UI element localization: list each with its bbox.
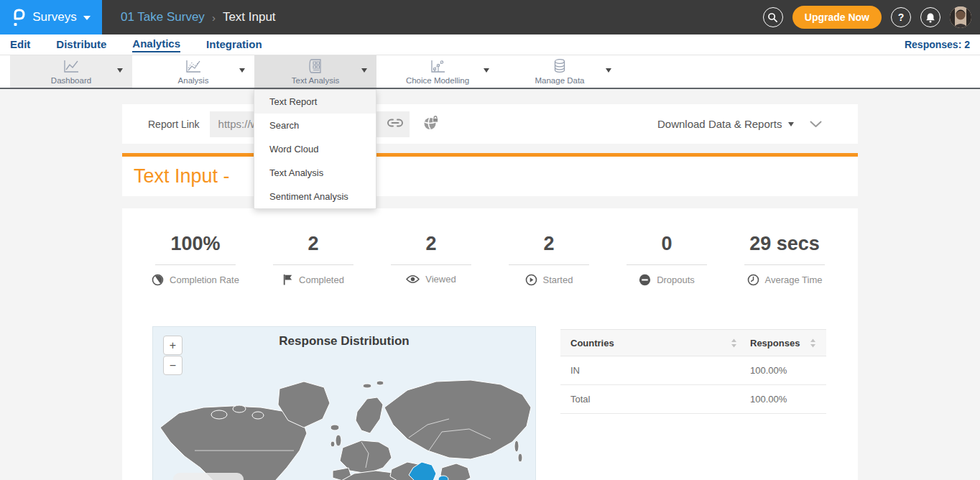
search-icon xyxy=(767,12,778,23)
menu-item-text-report[interactable]: Text Report xyxy=(254,90,376,114)
tab-manage-data[interactable]: Manage Data xyxy=(499,55,621,88)
surveys-menu[interactable]: Surveys xyxy=(0,0,102,34)
text-analysis-menu: Text Report Search Word Cloud Text Analy… xyxy=(254,89,376,209)
stat-label: Viewed xyxy=(425,274,456,285)
link-icon[interactable] xyxy=(387,118,403,130)
responses-count: Responses: 2 xyxy=(905,39,970,50)
text-analysis-icon xyxy=(307,58,324,74)
map-tooltip xyxy=(173,473,244,480)
stat-viewed: 2 Viewed xyxy=(372,233,490,286)
completion-rate-icon xyxy=(152,274,164,286)
tab-choice-modelling[interactable]: Choice Modelling xyxy=(376,55,499,88)
menu-item-sentiment-analysis[interactable]: Sentiment Analysis xyxy=(254,185,376,208)
stat-value: 0 xyxy=(661,233,672,255)
tab-label: Analysis xyxy=(178,76,209,85)
table-row: IN 100.00% xyxy=(560,356,826,385)
user-avatar[interactable] xyxy=(950,6,971,28)
page-title: Text Input - xyxy=(134,165,235,188)
download-data-reports-dropdown[interactable]: Download Data & Reports xyxy=(657,118,794,130)
globe-lock-icon[interactable] xyxy=(423,116,439,133)
chevron-down-icon xyxy=(83,16,91,20)
breadcrumb-page: Text Input xyxy=(223,10,276,24)
stat-dropouts: 0 Dropouts xyxy=(608,233,726,286)
nav-distribute[interactable]: Distribute xyxy=(56,38,106,52)
divider xyxy=(744,264,825,265)
responses-header[interactable]: Responses xyxy=(750,338,800,349)
play-circle-icon xyxy=(525,274,537,286)
survey-stats-row: 100% Completion Rate 2 Completed xyxy=(122,208,858,286)
survey-nav: Edit Distribute Analytics Integration Re… xyxy=(0,34,980,55)
nav-edit[interactable]: Edit xyxy=(10,38,30,52)
help-button[interactable]: ? xyxy=(891,7,911,27)
tab-label: Manage Data xyxy=(535,76,584,85)
stat-value: 2 xyxy=(543,233,554,255)
countries-header[interactable]: Countries xyxy=(570,338,614,349)
divider xyxy=(627,264,707,265)
chevron-down-icon[interactable] xyxy=(606,68,611,73)
menu-item-search[interactable]: Search xyxy=(254,114,376,137)
countries-table-header: Countries Responses xyxy=(560,329,826,356)
countries-table: Countries Responses IN 100.00% Total 100… xyxy=(560,329,826,414)
nav-analytics[interactable]: Analytics xyxy=(132,37,180,52)
sort-icon[interactable] xyxy=(810,338,816,348)
divider xyxy=(509,264,589,265)
table-row: Total 100.00% xyxy=(560,385,826,414)
responses-cell: 100.00% xyxy=(750,394,816,405)
responses-cell: 100.00% xyxy=(750,365,816,376)
dashboard-main-panel: 100% Completion Rate 2 Completed xyxy=(122,208,858,480)
tab-dashboard[interactable]: Dashboard xyxy=(10,55,132,88)
download-label: Download Data & Reports xyxy=(657,118,782,130)
choice-modelling-icon xyxy=(428,59,447,74)
divider xyxy=(155,264,236,265)
stat-completion-rate: 100% Completion Rate xyxy=(137,233,254,286)
nav-integration[interactable]: Integration xyxy=(206,38,262,52)
stat-average-time: 29 secs Average Time xyxy=(726,233,843,286)
stat-started: 2 Started xyxy=(490,233,608,286)
response-distribution-map[interactable]: Response Distribution + − xyxy=(152,326,536,480)
analysis-chart-icon xyxy=(184,59,203,74)
stat-value: 100% xyxy=(170,233,220,255)
avatar-photo xyxy=(950,6,971,28)
stat-label: Completion Rate xyxy=(170,274,239,285)
product-label: Surveys xyxy=(32,10,76,24)
report-link-panel: Report Link https://ww Download Data & R… xyxy=(122,104,858,144)
menu-item-word-cloud[interactable]: Word Cloud xyxy=(254,137,376,161)
upgrade-now-button[interactable]: Upgrade Now xyxy=(792,6,882,29)
notifications-button[interactable] xyxy=(920,7,940,27)
stat-value: 2 xyxy=(308,233,318,255)
flag-icon xyxy=(282,274,293,285)
bell-icon xyxy=(925,12,935,23)
report-link-label: Report Link xyxy=(148,119,200,130)
topbar-actions: Upgrade Now ? xyxy=(763,6,980,29)
country-cell: Total xyxy=(570,394,750,405)
divider xyxy=(273,264,353,265)
tab-label: Text Analysis xyxy=(292,76,339,85)
collapse-section-chevron[interactable] xyxy=(810,118,822,131)
tab-text-analysis[interactable]: Text Analysis xyxy=(254,55,376,88)
tab-label: Choice Modelling xyxy=(406,76,469,85)
chevron-down-icon[interactable] xyxy=(484,68,489,73)
search-button[interactable] xyxy=(763,7,783,27)
stat-value: 29 secs xyxy=(749,233,820,255)
breadcrumb: 01 Take Survey › Text Input xyxy=(121,10,276,24)
chevron-down-icon xyxy=(788,122,794,126)
stat-completed: 2 Completed xyxy=(254,233,372,286)
chevron-down-icon[interactable] xyxy=(117,68,123,73)
stat-label: Completed xyxy=(299,274,344,285)
stat-label: Average Time xyxy=(765,274,823,285)
topbar: Surveys 01 Take Survey › Text Input Upgr… xyxy=(0,0,980,34)
analytics-toolbar: Dashboard Analysis Text Analysis xyxy=(0,55,980,89)
chevron-down-icon[interactable] xyxy=(239,68,245,73)
world-map[interactable] xyxy=(153,327,536,480)
country-cell: IN xyxy=(570,365,750,376)
chevron-down-icon[interactable] xyxy=(361,68,367,73)
breadcrumb-separator: › xyxy=(212,11,216,24)
stat-value: 2 xyxy=(425,233,436,255)
stat-label: Dropouts xyxy=(657,274,695,285)
dashboard-chart-icon xyxy=(62,59,80,74)
menu-item-text-analysis[interactable]: Text Analysis xyxy=(254,161,376,185)
sort-icon[interactable] xyxy=(731,338,737,348)
tab-label: Dashboard xyxy=(51,76,91,85)
breadcrumb-survey-link[interactable]: 01 Take Survey xyxy=(121,10,205,24)
tab-analysis[interactable]: Analysis xyxy=(132,55,254,88)
